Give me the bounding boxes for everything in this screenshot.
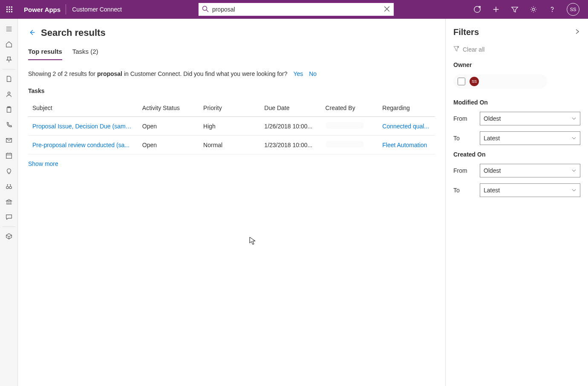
created-from-label: From [453, 167, 474, 174]
filters-panel: Filters Clear all Owner SS Modified On F… [445, 19, 588, 386]
app-header: Power Apps Customer Connect SS [0, 0, 588, 19]
nav-cube-icon[interactable] [0, 229, 18, 244]
feedback-no-link[interactable]: No [309, 70, 317, 77]
filter-owner-label: Owner [453, 61, 580, 68]
svg-rect-1 [9, 6, 10, 8]
owner-avatar-chip: SS [470, 77, 479, 86]
cell-regarding[interactable]: Connected qual... [378, 117, 435, 136]
col-subject[interactable]: Subject [28, 99, 138, 117]
table-row[interactable]: Pre-proposal review conducted (sa... Ope… [28, 136, 435, 154]
cell-priority: High [199, 117, 260, 136]
summary-suffix: in Customer Connect. Did you find what y… [122, 70, 288, 77]
environment-name[interactable]: Customer Connect [66, 6, 128, 13]
col-status[interactable]: Activity Status [138, 99, 199, 117]
user-avatar[interactable]: SS [567, 3, 579, 16]
cell-due: 1/23/2018 10:00... [260, 136, 321, 154]
main-content: Search results Top results Tasks (2) Sho… [18, 19, 445, 386]
svg-rect-0 [6, 6, 8, 8]
cell-createdby [321, 136, 378, 154]
svg-rect-7 [9, 11, 10, 12]
created-to-label: To [453, 187, 474, 194]
svg-point-19 [552, 11, 552, 12]
nav-hamburger-icon[interactable] [0, 21, 18, 37]
cell-status: Open [138, 117, 199, 136]
nav-binoculars-icon[interactable] [0, 179, 18, 194]
chevron-down-icon [571, 116, 576, 121]
filter-icon[interactable] [510, 5, 519, 14]
global-search-box[interactable] [198, 3, 394, 16]
nav-clipboard-icon[interactable] [0, 102, 18, 117]
svg-marker-17 [512, 7, 518, 12]
nav-phone-icon[interactable] [0, 117, 18, 133]
filter-modified-label: Modified On [453, 99, 580, 106]
svg-point-34 [9, 186, 11, 189]
show-more-link[interactable]: Show more [28, 160, 435, 167]
svg-rect-28 [6, 154, 12, 159]
summary-term: proposal [97, 70, 122, 77]
cell-priority: Normal [199, 136, 260, 154]
results-summary: Showing 2 of 2 results for proposal in C… [28, 70, 435, 77]
chevron-down-icon [571, 136, 576, 141]
nav-lightbulb-icon[interactable] [0, 163, 18, 179]
clear-all-label: Clear all [463, 46, 484, 53]
back-icon[interactable] [28, 29, 36, 38]
nav-pin-icon[interactable] [0, 52, 18, 67]
svg-rect-5 [11, 9, 12, 10]
results-table: Subject Activity Status Priority Due Dat… [28, 99, 435, 154]
created-to-select[interactable]: Latest [480, 183, 580, 197]
nav-calendar-icon[interactable] [0, 148, 18, 163]
col-regarding[interactable]: Regarding [378, 99, 435, 117]
clear-search-icon[interactable] [383, 6, 390, 14]
nav-separator [3, 226, 15, 227]
search-icon [202, 6, 209, 14]
nav-person-icon[interactable] [0, 87, 18, 102]
clear-filter-icon [453, 46, 459, 53]
cell-subject[interactable]: Proposal Issue, Decision Due (sampl... [28, 117, 138, 136]
result-tabs: Top results Tasks (2) [28, 48, 435, 60]
clear-all-filters[interactable]: Clear all [453, 46, 580, 53]
filter-created-label: Created On [453, 151, 580, 158]
help-icon[interactable] [548, 5, 556, 14]
nav-chat-icon[interactable] [0, 209, 18, 225]
app-name-label: Power Apps [19, 6, 66, 13]
tab-top-results[interactable]: Top results [28, 48, 62, 60]
cell-subject[interactable]: Pre-proposal review conducted (sa... [28, 136, 138, 154]
svg-rect-8 [11, 11, 12, 12]
owner-filter-row[interactable]: SS [453, 74, 547, 89]
tab-tasks[interactable]: Tasks (2) [72, 48, 98, 60]
feedback-yes-link[interactable]: Yes [293, 70, 303, 77]
svg-point-24 [8, 92, 10, 94]
svg-point-9 [202, 6, 207, 10]
target-icon[interactable] [473, 5, 481, 14]
modified-to-select[interactable]: Latest [480, 131, 580, 145]
modified-from-select[interactable]: Oldest [480, 112, 580, 125]
svg-rect-3 [6, 9, 8, 10]
cell-regarding[interactable]: Fleet Automation [378, 136, 435, 154]
settings-icon[interactable] [529, 5, 538, 14]
add-icon[interactable] [492, 5, 500, 14]
col-priority[interactable]: Priority [199, 99, 260, 117]
app-launcher-icon[interactable] [0, 0, 19, 19]
svg-line-10 [206, 10, 208, 12]
nav-mail-icon[interactable] [0, 133, 18, 148]
nav-bank-icon[interactable] [0, 194, 18, 209]
cell-due: 1/26/2018 10:00... [260, 117, 321, 136]
svg-rect-4 [9, 9, 10, 10]
col-due[interactable]: Due Date [260, 99, 321, 117]
svg-point-18 [532, 8, 534, 10]
col-createdby[interactable]: Created By [321, 99, 378, 117]
collapse-filters-icon[interactable] [574, 29, 580, 36]
search-input[interactable] [209, 3, 383, 16]
nav-document-icon[interactable] [0, 71, 18, 87]
cell-createdby [321, 117, 378, 136]
left-nav [0, 19, 18, 386]
nav-separator [3, 69, 15, 70]
created-from-select[interactable]: Oldest [480, 164, 580, 177]
filters-title: Filters [453, 27, 479, 37]
cell-status: Open [138, 136, 199, 154]
owner-checkbox[interactable] [458, 78, 465, 85]
nav-home-icon[interactable] [0, 37, 18, 52]
svg-rect-25 [7, 107, 11, 113]
table-row[interactable]: Proposal Issue, Decision Due (sampl... O… [28, 117, 435, 136]
svg-rect-6 [6, 11, 8, 12]
